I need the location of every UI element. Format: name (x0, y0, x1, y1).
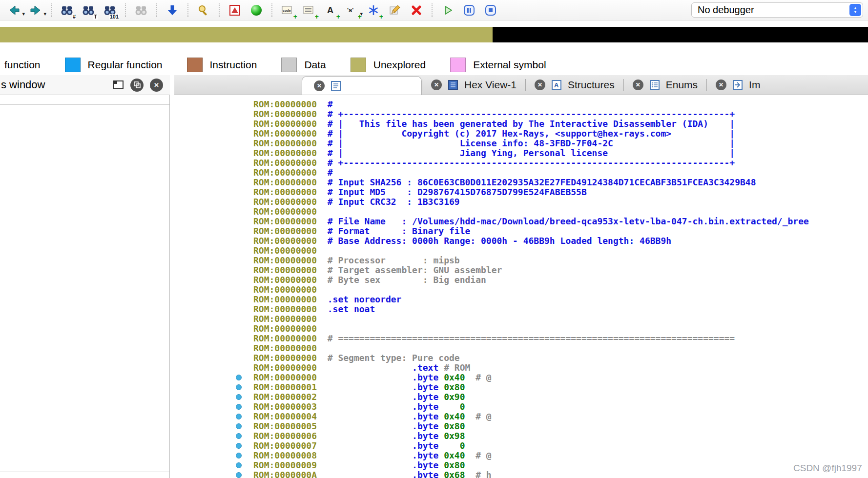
stepper-down-icon[interactable]: ▼ (853, 10, 857, 14)
listing-line[interactable]: ROM:00000000 # +------------------------… (253, 109, 868, 119)
number-text: 0x40 (438, 372, 465, 382)
chevron-down-icon[interactable]: ▾ (22, 11, 25, 17)
address: ROM:00000000 (253, 226, 317, 236)
functions-window-header[interactable]: s window ✕ (0, 75, 170, 95)
navigation-band[interactable] (0, 27, 868, 42)
listing-line[interactable]: ROM:00000000 (253, 343, 868, 353)
listing-line[interactable]: ROM:00000000 # File Name : /Volumes/hdd-… (253, 217, 868, 226)
listing-line[interactable]: ROM:00000000 .text # ROM (253, 363, 868, 373)
debugger-run-button[interactable] (440, 3, 455, 18)
make-data-button[interactable]: + (302, 3, 316, 18)
listing-line[interactable]: ROM:00000000 .set noat (253, 304, 868, 314)
listing-line[interactable]: ROM:00000000 .set noreorder (253, 295, 868, 304)
comment-text: # Segment type: Pure code (317, 353, 460, 363)
problems-button[interactable] (227, 3, 242, 18)
make-name-button[interactable]: A + (323, 3, 338, 18)
listing-line[interactable]: ROM:00000002 .byte 0x90 (253, 392, 868, 402)
listing-line[interactable]: ROM:00000003 .byte 0 (253, 402, 868, 412)
legend-label: Instruction (210, 59, 257, 71)
tab-ida-view[interactable]: ✕ (302, 76, 422, 95)
search-again-button-disabled[interactable] (134, 3, 148, 18)
undefine-button[interactable] (409, 3, 424, 18)
restore-window-icon[interactable] (130, 79, 144, 92)
listing-line[interactable]: ROM:00000000 (253, 285, 868, 295)
listing-line[interactable]: ROM:00000000 # Byte sex : Big endian (253, 275, 868, 285)
make-string-button[interactable]: 's' + ▾ (345, 3, 359, 18)
analysis-options-button[interactable] (196, 3, 211, 18)
listing-line[interactable]: ROM:00000000 # | This file has been gene… (253, 119, 868, 129)
make-array-button[interactable]: + (366, 3, 381, 18)
listing-line[interactable]: ROM:00000000 # Input CRC32 : 1B3C3169 (253, 197, 868, 207)
close-icon[interactable]: ✕ (431, 80, 442, 90)
navigate-forward-button[interactable]: ▾ (28, 3, 43, 18)
listing-line[interactable]: ROM:00000000 (253, 324, 868, 334)
disassembly-view[interactable]: ROM:00000000 #ROM:00000000 # +----------… (174, 95, 868, 478)
stepper-icon[interactable]: ▲ ▼ (849, 4, 861, 16)
listing-line[interactable]: ROM:00000000 # | License info: 48-3FBD-7… (253, 139, 868, 148)
splitter[interactable] (170, 95, 174, 478)
close-panel-icon[interactable]: ✕ (150, 79, 163, 92)
code-text: .byte (317, 411, 438, 421)
listing-line[interactable]: ROM:00000004 .byte 0x40 # @ (253, 412, 868, 421)
search-immediate-button[interactable]: # (60, 3, 74, 18)
listing-line[interactable]: ROM:00000000 (253, 207, 868, 217)
listing-line[interactable]: ROM:0000000A .byte 0x68 # h (253, 470, 868, 478)
listing-line[interactable]: ROM:00000000 # | Copyright (c) 2017 Hex-… (253, 129, 868, 139)
legend-label: External symbol (473, 59, 546, 71)
address-dot-icon (236, 462, 242, 468)
listing-line[interactable]: ROM:00000000 # +------------------------… (253, 158, 868, 168)
tab-structures[interactable]: ✕ A Structures (526, 75, 623, 95)
listing-line[interactable]: ROM:00000000 # Format : Binary file (253, 226, 868, 236)
listing[interactable]: ROM:00000000 #ROM:00000000 # +----------… (253, 100, 868, 478)
listing-line[interactable]: ROM:00000000 # Processor : mipsb (253, 256, 868, 265)
functions-window-panel[interactable] (0, 95, 170, 478)
legend-item-regular-function: Regular function (65, 58, 163, 72)
listing-line[interactable]: ROM:00000000 # Base Address: 0000h Range… (253, 236, 868, 246)
listing-line[interactable]: ROM:00000000 # (253, 168, 868, 178)
listing-line[interactable]: ROM:00000009 .byte 0x80 (253, 460, 868, 470)
make-code-button[interactable]: code + (280, 3, 295, 18)
code-text: .byte (317, 431, 438, 441)
splitter[interactable] (170, 75, 174, 95)
debugger-select[interactable]: No debugger ▲ ▼ (691, 2, 863, 18)
comment-text: # Target assembler: GNU assembler (317, 265, 502, 275)
tab-imports[interactable]: ✕ Im (707, 75, 769, 95)
close-icon[interactable]: ✕ (633, 80, 643, 90)
green-sphere-icon (250, 4, 263, 17)
chevron-down-icon[interactable]: ▾ (360, 11, 363, 17)
listing-line[interactable]: ROM:00000000 # Segment type: Pure code (253, 353, 868, 363)
number-text: 0x68 (438, 470, 465, 478)
navigate-back-button[interactable]: ▾ (7, 3, 21, 18)
tab-hex-view[interactable]: ✕ Hex View-1 (422, 75, 525, 95)
listing-line[interactable]: ROM:00000000 # =========================… (253, 334, 868, 343)
chevron-down-icon[interactable]: ▾ (43, 11, 46, 17)
jump-to-address-button[interactable] (165, 3, 180, 18)
close-icon[interactable]: ✕ (716, 80, 726, 90)
listing-line[interactable]: ROM:00000005 .byte 0x80 (253, 421, 868, 431)
listing-line[interactable]: ROM:00000006 .byte 0x98 (253, 431, 868, 441)
dock-window-icon[interactable] (113, 80, 124, 90)
address-dot-icon (236, 472, 242, 478)
listing-line[interactable]: ROM:00000008 .byte 0x40 # @ (253, 451, 868, 460)
listing-line[interactable]: ROM:00000001 .byte 0x80 (253, 382, 868, 392)
listing-line[interactable]: ROM:00000000 (253, 246, 868, 256)
edit-button[interactable] (388, 3, 402, 18)
listing-line[interactable]: ROM:00000000 # | Jiang Ying, Personal li… (253, 148, 868, 158)
debugger-pause-button[interactable] (462, 3, 476, 18)
search-text-button[interactable]: T (81, 3, 96, 18)
listing-line[interactable]: ROM:00000000 # Input MD5 : D298767415D76… (253, 187, 868, 197)
debugger-stop-button[interactable] (483, 3, 498, 18)
listing-line[interactable]: ROM:00000000 # Target assembler: GNU ass… (253, 265, 868, 275)
listing-line[interactable]: ROM:00000007 .byte 0 (253, 441, 868, 451)
close-icon[interactable]: ✕ (535, 80, 545, 90)
navband-unexplored-region[interactable] (0, 27, 493, 42)
search-binary-button[interactable]: 101 (103, 3, 117, 18)
navband-empty-region[interactable] (493, 27, 868, 42)
listing-line[interactable]: ROM:00000000 # Input SHA256 : 86C0E63CB0… (253, 178, 868, 187)
tab-enums[interactable]: ✕ Enums (624, 75, 706, 95)
close-icon[interactable]: ✕ (314, 80, 325, 91)
warning-icon (228, 4, 241, 17)
listing-line[interactable]: ROM:00000000 # (253, 100, 868, 109)
listing-line[interactable]: ROM:00000000 (253, 314, 868, 324)
listing-line[interactable]: ROM:00000000 .byte 0x40 # @ (253, 373, 868, 382)
